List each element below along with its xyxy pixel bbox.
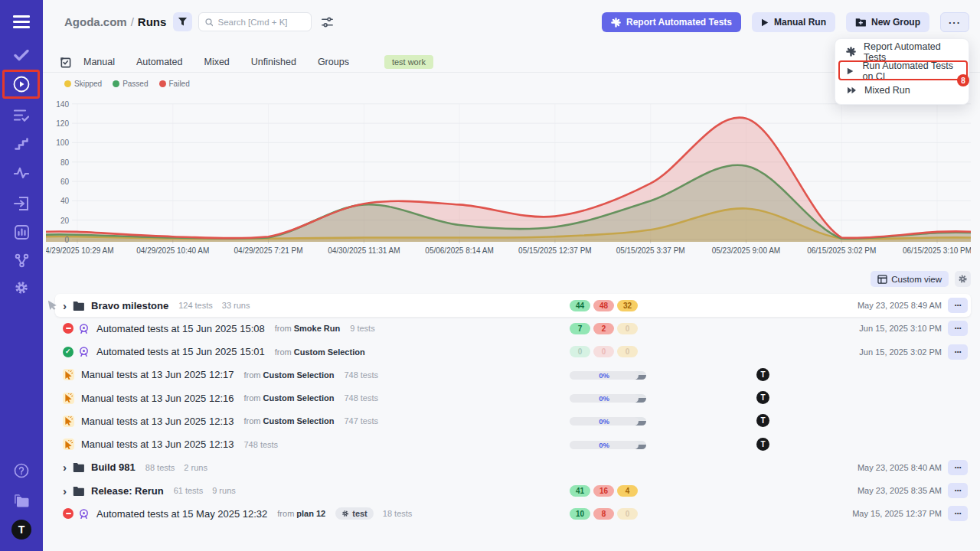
workspace-logo[interactable]: T: [0, 519, 43, 540]
custom-view-button[interactable]: Custom view: [871, 271, 949, 287]
active-filter-tag[interactable]: test work: [384, 55, 433, 69]
progress-value: 0%: [599, 371, 609, 380]
legend-label-skipped: Skipped: [74, 80, 102, 88]
run-name[interactable]: Automated tests at 15 Jun 2025 15:08: [96, 323, 265, 334]
run-name[interactable]: Automated tests at 15 Jun 2025 15:01: [96, 346, 265, 357]
play-icon: [761, 18, 769, 27]
sidebar-item-integrations[interactable]: [0, 249, 43, 271]
assignee-avatar[interactable]: T: [756, 391, 769, 404]
sidebar-item-settings[interactable]: [0, 277, 43, 298]
run-tag[interactable]: test: [335, 507, 374, 520]
sidebar-item-analytics[interactable]: [0, 221, 43, 243]
run-row-left: Manual tests at 13 Jun 2025 12:17 fromCu…: [63, 364, 387, 386]
sidebar-item-runs[interactable]: [0, 73, 43, 95]
run-row[interactable]: Automated tests at 15 Jun 2025 15:01 fro…: [55, 341, 971, 364]
hamburger-menu-icon[interactable]: [0, 11, 43, 33]
from-value[interactable]: Custom Selection: [294, 347, 365, 357]
custom-view-label: Custom view: [891, 275, 942, 284]
chevron-right-icon[interactable]: ›: [63, 300, 67, 311]
from-value[interactable]: Custom Selection: [263, 370, 334, 380]
search-icon: [205, 18, 213, 27]
run-row[interactable]: Manual tests at 13 Jun 2025 12:17 fromCu…: [55, 364, 971, 386]
count-badge-failed: 8: [593, 508, 614, 520]
run-name[interactable]: Bravo milestone: [91, 300, 168, 311]
x-tick-label: 05/15/2025 3:37 PM: [616, 246, 685, 255]
new-group-button[interactable]: New Group: [846, 12, 929, 32]
menu-item-mixed-run[interactable]: Mixed Run: [835, 80, 969, 99]
row-more-button[interactable]: ···: [948, 506, 968, 521]
count-badge-passed: 44: [570, 300, 590, 311]
count-badge-skipped: 0: [617, 508, 638, 520]
sidebar-item-pulse[interactable]: [0, 162, 43, 184]
run-row[interactable]: Manual tests at 13 Jun 2025 12:13 748 te…: [55, 433, 971, 456]
projects-icon[interactable]: [0, 490, 43, 511]
sidebar-item-imports[interactable]: [0, 193, 43, 214]
sidebar-item-milestones[interactable]: [0, 133, 43, 155]
help-icon[interactable]: [0, 460, 43, 481]
run-name[interactable]: Release: Rerun: [91, 485, 164, 497]
view-settings-button[interactable]: [955, 271, 971, 287]
row-more-button[interactable]: ···: [948, 298, 968, 313]
tab-manual[interactable]: Manual: [83, 57, 115, 67]
run-row[interactable]: › Bravo milestone 124 tests 33: [55, 294, 971, 317]
count-badge-skipped: 0: [617, 346, 638, 357]
run-row[interactable]: › Build 981 88 tests 2 runs: [55, 456, 971, 479]
run-name[interactable]: Manual tests at 13 Jun 2025 12:17: [81, 369, 234, 380]
gear-icon: [341, 510, 349, 517]
run-row[interactable]: › Release: Rerun 61 tests 9 run: [55, 479, 971, 502]
assignee-avatar[interactable]: T: [756, 438, 769, 451]
filter-button[interactable]: [173, 12, 192, 31]
search-input[interactable]: [217, 18, 305, 27]
view-options-button[interactable]: [318, 14, 335, 31]
tab-automated[interactable]: Automated: [136, 57, 182, 67]
manual-run-button[interactable]: Manual Run: [752, 12, 835, 32]
breadcrumb-separator: /: [127, 15, 138, 28]
x-tick-label: 04/29/2025 7:21 PM: [234, 246, 303, 255]
count-badge-failed: 0: [593, 346, 614, 357]
sidebar-item-tests[interactable]: [0, 44, 43, 66]
search-box[interactable]: [198, 12, 312, 31]
row-more-button[interactable]: ···: [948, 321, 968, 336]
breadcrumb-project[interactable]: Agoda.com: [64, 15, 127, 28]
run-name[interactable]: Build 981: [91, 461, 136, 473]
run-date: May 23, 2025 8:49 AM: [858, 301, 942, 310]
progress-bar: 0%: [570, 394, 639, 403]
run-name[interactable]: Manual tests at 13 Jun 2025 12:13: [81, 416, 234, 427]
from-value[interactable]: plan 12: [296, 509, 325, 518]
assignee-avatar[interactable]: T: [756, 414, 769, 427]
x-tick-label: 04/29/2025 10:29 AM: [46, 246, 114, 255]
row-more-button[interactable]: ···: [948, 483, 968, 498]
run-row[interactable]: Manual tests at 13 Jun 2025 12:13 fromCu…: [55, 409, 971, 432]
all-runs-icon[interactable]: [60, 57, 71, 68]
automated-run-icon: [78, 508, 90, 520]
tab-unfinished[interactable]: Unfinished: [251, 57, 296, 67]
row-more-button[interactable]: ···: [948, 460, 968, 475]
from-value[interactable]: Smoke Run: [294, 324, 341, 333]
report-automated-tests-button[interactable]: Report Automated Tests: [602, 12, 741, 32]
from-value[interactable]: Custom Selection: [263, 393, 334, 403]
run-name[interactable]: Automated tests at 15 May 2025 12:32: [96, 508, 267, 520]
run-date: Jun 15, 2025 3:02 PM: [859, 347, 942, 357]
sidebar-item-plans[interactable]: [0, 104, 43, 126]
tab-mixed[interactable]: Mixed: [204, 57, 229, 67]
menu-item-report-automated[interactable]: Report Automated Tests: [835, 42, 969, 61]
menu-item-run-on-ci[interactable]: Run Automated Tests on CI: [835, 61, 969, 80]
tab-groups[interactable]: Groups: [318, 57, 349, 67]
run-row[interactable]: Automated tests at 15 Jun 2025 15:08 fro…: [55, 317, 971, 340]
folder-icon: [73, 486, 84, 496]
from-label: from: [243, 393, 260, 403]
run-name[interactable]: Manual tests at 13 Jun 2025 12:13: [81, 439, 234, 450]
y-tick-label: 40: [46, 197, 69, 205]
assignee-avatar[interactable]: T: [756, 368, 769, 381]
legend-dot-passed: [113, 80, 119, 87]
chevron-right-icon[interactable]: ›: [63, 461, 67, 473]
chevron-right-icon[interactable]: ›: [63, 485, 67, 497]
legend-label-passed: Passed: [122, 80, 148, 88]
run-row[interactable]: Automated tests at 15 May 2025 12:32 fro…: [55, 502, 971, 525]
row-more-button[interactable]: ···: [948, 344, 968, 360]
run-row[interactable]: Manual tests at 13 Jun 2025 12:16 fromCu…: [55, 386, 971, 409]
more-actions-button[interactable]: ···: [940, 12, 969, 32]
from-value[interactable]: Custom Selection: [263, 416, 334, 425]
run-name[interactable]: Manual tests at 13 Jun 2025 12:16: [81, 393, 234, 404]
from-label: from: [243, 370, 260, 380]
